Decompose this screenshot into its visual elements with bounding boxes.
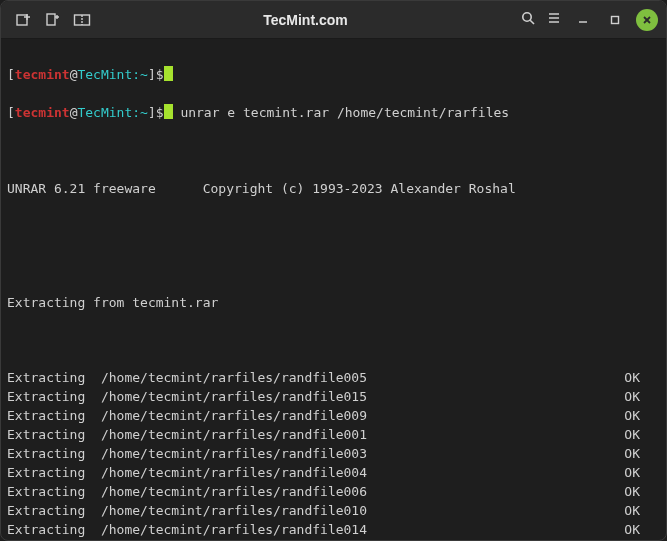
- svg-line-9: [530, 20, 534, 24]
- extract-status: OK: [624, 388, 660, 407]
- cursor-icon: [164, 66, 173, 81]
- minimize-button[interactable]: [572, 9, 594, 31]
- terminal-body[interactable]: [tecmint@TecMint:~]$ [tecmint@TecMint:~]…: [1, 39, 666, 541]
- close-button[interactable]: [636, 9, 658, 31]
- extract-row: Extracting /home/tecmint/rarfiles/randfi…: [7, 521, 660, 540]
- extract-file: Extracting /home/tecmint/rarfiles/randfi…: [7, 464, 367, 483]
- titlebar-right-controls: [520, 9, 658, 31]
- prompt-line-1: [tecmint@TecMint:~]$: [7, 66, 660, 85]
- prompt-user: tecmint: [15, 67, 70, 82]
- svg-point-8: [523, 13, 531, 21]
- extract-row: Extracting /home/tecmint/rarfiles/randfi…: [7, 426, 660, 445]
- extract-row: Extracting /home/tecmint/rarfiles/randfi…: [7, 369, 660, 388]
- extracting-from: Extracting from tecmint.rar: [7, 294, 660, 313]
- extract-row: Extracting /home/tecmint/rarfiles/randfi…: [7, 502, 660, 521]
- new-tab-icon[interactable]: [15, 12, 31, 28]
- extract-status: OK: [624, 521, 660, 540]
- titlebar: TecMint.com: [1, 1, 666, 39]
- command-text: unrar e tecmint.rar /home/tecmint/rarfil…: [180, 105, 509, 120]
- extract-row: Extracting /home/tecmint/rarfiles/randfi…: [7, 464, 660, 483]
- extract-status: OK: [624, 464, 660, 483]
- extract-status: OK: [624, 426, 660, 445]
- svg-rect-14: [612, 16, 619, 23]
- extract-row: Extracting /home/tecmint/rarfiles/randfi…: [7, 388, 660, 407]
- new-window-icon[interactable]: [45, 12, 59, 28]
- menu-icon[interactable]: [546, 10, 562, 29]
- extract-status: OK: [624, 483, 660, 502]
- svg-rect-3: [47, 14, 55, 25]
- window-title: TecMint.com: [91, 12, 520, 28]
- extract-file: Extracting /home/tecmint/rarfiles/randfi…: [7, 445, 367, 464]
- extract-row: Extracting /home/tecmint/rarfiles/randfi…: [7, 407, 660, 426]
- extract-file: Extracting /home/tecmint/rarfiles/randfi…: [7, 521, 367, 540]
- extract-file: Extracting /home/tecmint/rarfiles/randfi…: [7, 407, 367, 426]
- extract-file: Extracting /home/tecmint/rarfiles/randfi…: [7, 369, 367, 388]
- prompt-line-2: [tecmint@TecMint:~]$ unrar e tecmint.rar…: [7, 104, 660, 123]
- extract-row: Extracting /home/tecmint/rarfiles/randfi…: [7, 445, 660, 464]
- extract-status: OK: [624, 369, 660, 388]
- extract-status: OK: [624, 445, 660, 464]
- extract-status: OK: [624, 407, 660, 426]
- extract-list: Extracting /home/tecmint/rarfiles/randfi…: [7, 369, 660, 541]
- split-icon[interactable]: [73, 13, 91, 27]
- prompt-host: TecMint: [77, 67, 132, 82]
- maximize-button[interactable]: [604, 9, 626, 31]
- version-line: UNRAR 6.21 freeware Copyright (c) 1993-2…: [7, 180, 660, 199]
- extract-status: OK: [624, 502, 660, 521]
- search-icon[interactable]: [520, 10, 536, 29]
- extract-file: Extracting /home/tecmint/rarfiles/randfi…: [7, 483, 367, 502]
- cursor-icon: [164, 104, 173, 119]
- extract-file: Extracting /home/tecmint/rarfiles/randfi…: [7, 388, 367, 407]
- extract-file: Extracting /home/tecmint/rarfiles/randfi…: [7, 426, 367, 445]
- extract-file: Extracting /home/tecmint/rarfiles/randfi…: [7, 502, 367, 521]
- extract-row: Extracting /home/tecmint/rarfiles/randfi…: [7, 483, 660, 502]
- titlebar-left-controls: [9, 12, 91, 28]
